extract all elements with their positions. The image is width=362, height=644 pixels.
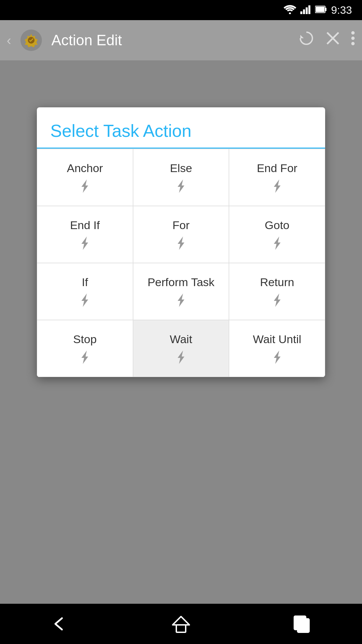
cell-label: Goto — [265, 219, 290, 232]
close-button[interactable] — [325, 31, 341, 50]
svg-point-14 — [351, 37, 355, 40]
svg-rect-2 — [303, 9, 305, 14]
cell-label: Return — [260, 276, 294, 289]
refresh-button[interactable] — [298, 30, 315, 51]
select-task-action-dialog: Select Task Action AnchorElseEnd ForEnd … — [37, 107, 325, 377]
svg-marker-16 — [173, 616, 189, 625]
cell-label: Else — [170, 162, 192, 175]
svg-point-13 — [351, 31, 355, 35]
lightning-icon — [174, 293, 188, 308]
toolbar-buttons — [298, 30, 355, 51]
lightning-icon — [270, 293, 285, 308]
grid-cell-wait[interactable]: Wait — [133, 320, 229, 377]
cell-label: For — [172, 219, 189, 232]
grid-cell-perform-task[interactable]: Perform Task — [133, 263, 229, 320]
app-icon — [18, 27, 45, 54]
cell-label: End If — [70, 219, 100, 232]
nav-bar — [0, 604, 362, 644]
status-bar: 9:33 — [0, 0, 362, 20]
svg-rect-7 — [316, 7, 324, 12]
background-overlay: Select Task Action AnchorElseEnd ForEnd … — [0, 60, 362, 604]
back-arrow[interactable]: ‹ — [7, 33, 11, 48]
grid-cell-else[interactable]: Else — [133, 149, 229, 206]
dialog-title: Select Task Action — [37, 107, 325, 148]
lightning-icon — [77, 350, 92, 365]
lightning-icon — [174, 350, 188, 365]
signal-icon — [300, 5, 311, 15]
lightning-icon — [174, 236, 188, 251]
grid-cell-wait-until[interactable]: Wait Until — [229, 320, 325, 377]
grid-cell-end-for[interactable]: End For — [229, 149, 325, 206]
cell-label: End For — [257, 162, 297, 175]
svg-rect-6 — [325, 8, 326, 11]
status-time: 9:33 — [331, 4, 352, 16]
lightning-icon — [270, 350, 285, 365]
svg-point-15 — [351, 42, 355, 45]
lightning-icon — [270, 179, 285, 194]
grid-cell-if[interactable]: If — [37, 263, 133, 320]
lightning-icon — [77, 293, 92, 308]
wifi-icon — [284, 5, 296, 15]
more-options-button[interactable] — [351, 31, 355, 50]
cell-label: Anchor — [67, 162, 103, 175]
svg-marker-10 — [300, 35, 304, 38]
lightning-icon — [174, 179, 188, 194]
page-title: Action Edit — [51, 32, 291, 49]
nav-recents-button[interactable] — [292, 615, 312, 633]
action-grid: AnchorElseEnd ForEnd IfForGotoIfPerform … — [37, 149, 325, 377]
grid-cell-for[interactable]: For — [133, 206, 229, 263]
lightning-icon — [270, 236, 285, 251]
grid-cell-anchor[interactable]: Anchor — [37, 149, 133, 206]
grid-cell-end-if[interactable]: End If — [37, 206, 133, 263]
status-icons: 9:33 — [284, 4, 352, 16]
svg-point-0 — [289, 12, 291, 14]
svg-rect-17 — [176, 625, 186, 632]
grid-cell-stop[interactable]: Stop — [37, 320, 133, 377]
cell-label: Stop — [73, 333, 97, 346]
svg-rect-4 — [308, 5, 310, 14]
action-bar: ‹ Action Edit — [0, 20, 362, 60]
cell-label: Wait Until — [253, 333, 301, 346]
nav-back-button[interactable] — [50, 615, 70, 632]
grid-cell-goto[interactable]: Goto — [229, 206, 325, 263]
lightning-icon — [77, 236, 92, 251]
svg-rect-19 — [294, 616, 306, 630]
battery-icon — [315, 5, 327, 15]
cell-label: Wait — [170, 333, 192, 346]
cell-label: Perform Task — [147, 276, 215, 289]
cell-label: If — [82, 276, 88, 289]
nav-home-button[interactable] — [171, 615, 191, 633]
svg-rect-3 — [306, 7, 308, 14]
lightning-icon — [77, 179, 92, 194]
grid-cell-return[interactable]: Return — [229, 263, 325, 320]
svg-rect-1 — [300, 11, 302, 14]
